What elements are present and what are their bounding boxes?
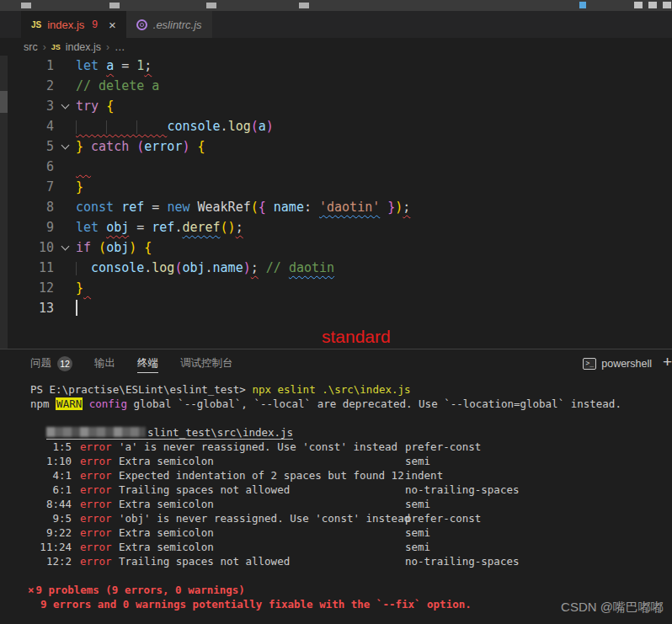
error-severity: error (72, 440, 110, 454)
terminal-text: config (89, 397, 127, 410)
code-token (129, 139, 136, 154)
code-text: if (obj) { (76, 237, 152, 258)
tab-index.js[interactable]: JSindex.js9× (21, 11, 126, 38)
fold-column (54, 237, 76, 258)
code-token: name (213, 260, 243, 275)
panel-tab-终端[interactable]: 终端 (137, 349, 158, 377)
code-token (189, 139, 197, 154)
error-severity: error (72, 554, 110, 568)
line-number: 7 (0, 177, 54, 197)
window-maximize-icon[interactable] (648, 2, 657, 8)
code-token: obj (182, 260, 205, 275)
code-line[interactable]: 7} (0, 177, 672, 197)
code-token (83, 139, 91, 154)
code-token: ( (99, 240, 106, 255)
tab-bar: JSindex.js9×.eslintrc.js (0, 11, 672, 38)
code-text: console.log(a) (76, 116, 274, 136)
terminal-text: global `--global`, `--local` are depreca… (127, 397, 621, 410)
problems-summary-text: 9 problems (9 errors, 0 warnings) (36, 584, 245, 596)
breadcrumb-item-src[interactable]: src (24, 41, 38, 53)
line-number: 12 (0, 278, 54, 298)
code-editor[interactable]: 1let a = 1;2// delete a3try {4 console.l… (0, 56, 672, 349)
code-line[interactable]: 9let obj = ref.deref(); (0, 217, 672, 237)
code-token: } (76, 139, 83, 154)
panel-tab-调试控制台[interactable]: 调试控制台 (180, 349, 233, 377)
error-rule: no-trailing-spaces (397, 483, 672, 497)
window-minimize-icon[interactable] (634, 2, 643, 8)
new-terminal-button[interactable]: + (663, 353, 672, 371)
editor-left-scrollbar[interactable] (0, 56, 8, 349)
problems-summary-line: ×9 problems (9 errors, 0 warnings) (0, 583, 672, 597)
error-location: 9:5 (30, 511, 72, 525)
scrollbar-thumb[interactable] (0, 91, 8, 113)
code-line[interactable]: 12} (0, 278, 672, 298)
line-number: 3 (0, 96, 54, 116)
code-lines: 1let a = 1;2// delete a3try {4 console.l… (0, 56, 672, 318)
error-rule: semi (397, 497, 672, 511)
chevron-right-icon: › (106, 41, 109, 53)
menu-item-fragment[interactable] (299, 3, 309, 8)
breadcrumb-item-more[interactable]: … (115, 41, 125, 53)
code-line[interactable]: 5} catch (error) { (0, 136, 672, 157)
error-message: Trailing spaces not allowed (110, 554, 397, 568)
code-token (76, 119, 167, 134)
code-line[interactable]: 10if (obj) { (0, 237, 672, 258)
terminal-blank-line (0, 411, 672, 425)
fold-column (54, 197, 76, 217)
code-token: = (129, 220, 152, 235)
code-token: ; (236, 220, 243, 235)
code-token: daotin (289, 260, 334, 275)
code-line[interactable]: 3try { (0, 96, 672, 116)
menubar (0, 0, 672, 11)
terminal-text (83, 397, 89, 410)
tab-problem-count: 9 (92, 19, 98, 30)
tab-eslintrc.js[interactable]: .eslintrc.js (126, 11, 212, 38)
menu-icon[interactable] (579, 2, 586, 8)
terminal-text: PS E:\practise\ESLint\eslint_test> (30, 383, 252, 396)
error-location: 11:24 (30, 540, 72, 554)
menu-item-fragment[interactable] (21, 3, 31, 8)
code-token (136, 240, 144, 255)
menu-item-fragment[interactable] (109, 3, 120, 8)
error-location: 8:44 (30, 497, 72, 511)
terminal-output: PS E:\practise\ESLint\eslint_test> npx e… (0, 377, 672, 611)
code-token: ( (136, 139, 144, 154)
window-close-icon[interactable] (663, 2, 671, 8)
code-line[interactable]: 8const ref = new WeakRef({ name: 'daotin… (0, 197, 672, 217)
error-message: Expected indentation of 2 spaces but fou… (110, 468, 397, 483)
breadcrumb-item-file[interactable]: index.js (66, 41, 101, 53)
code-line[interactable]: 6 (0, 157, 672, 177)
npm-warn-line: npm WARN config global `--global`, `--lo… (0, 397, 672, 411)
shell-selector[interactable]: >_ powershell (583, 349, 652, 377)
code-token: = (114, 58, 136, 73)
code-line[interactable]: 13 (0, 298, 672, 318)
panel-tab-输出[interactable]: 输出 (94, 349, 115, 377)
code-text: let obj = ref.deref(); (76, 217, 243, 237)
code-line[interactable]: 2// delete a (0, 76, 672, 96)
error-severity: error (72, 454, 110, 468)
error-severity: error (72, 483, 110, 497)
code-token (99, 99, 106, 114)
line-number: 1 (0, 56, 54, 76)
code-text: try { (76, 96, 114, 116)
code-token: ; (144, 58, 152, 73)
text-cursor (76, 300, 77, 316)
fold-chevron-icon[interactable] (61, 141, 69, 150)
error-severity: error (72, 540, 110, 554)
error-message: 'a' is never reassigned. Use 'const' ins… (110, 440, 397, 454)
code-token: = (144, 200, 167, 215)
code-line[interactable]: 4 console.log(a) (0, 116, 672, 136)
panel-tab-问题[interactable]: 问题12 (30, 349, 72, 377)
code-token: WeakRef (198, 200, 251, 215)
fold-chevron-icon[interactable] (61, 243, 69, 251)
code-token: new (167, 200, 197, 215)
error-rule: semi (397, 540, 672, 554)
menu-item-fragment[interactable] (206, 3, 216, 8)
fold-chevron-icon[interactable] (61, 101, 69, 109)
code-token: ) (129, 240, 136, 255)
bottom-panel: 问题12输出终端调试控制台 >_ powershell + PS E:\prac… (0, 349, 672, 624)
code-line[interactable]: 1let a = 1; (0, 56, 672, 76)
code-line[interactable]: 11 console.log(obj.name); // daotin (0, 258, 672, 278)
code-token (76, 260, 91, 275)
close-icon[interactable]: × (109, 19, 116, 31)
